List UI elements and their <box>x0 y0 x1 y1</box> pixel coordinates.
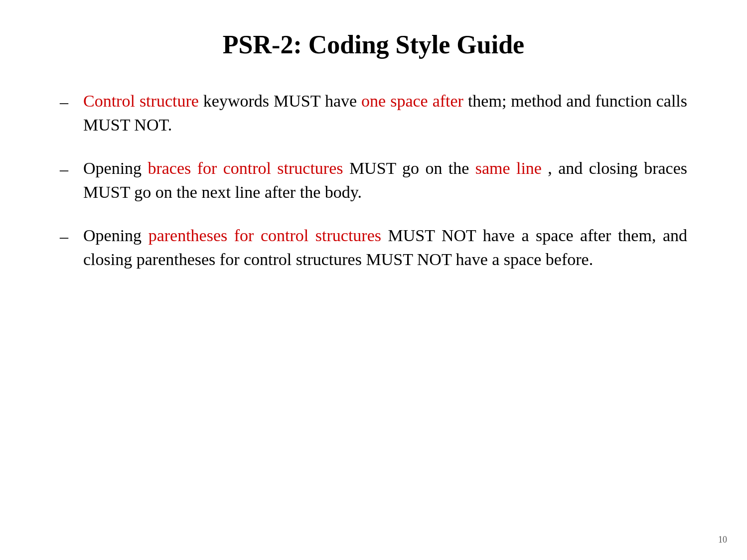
page-number: 10 <box>718 535 727 545</box>
bullet-item-3: – Opening parentheses for control struct… <box>60 224 687 271</box>
bullet-item-1: – Control structure keywords MUST have o… <box>60 89 687 137</box>
bullet-1-red-2: one space after <box>361 92 463 110</box>
bullet-3-text-1: Opening <box>83 226 149 245</box>
bullet-list: – Control structure keywords MUST have o… <box>60 89 687 272</box>
bullet-dash-3: – <box>60 225 68 249</box>
bullet-2-red-2: same line <box>475 159 542 177</box>
bullet-dash-2: – <box>60 157 68 181</box>
bullet-item-2: – Opening braces for control structures … <box>60 156 687 204</box>
bullet-2-text-1: Opening <box>83 159 148 177</box>
bullet-2-text-2: MUST go on the <box>349 159 475 177</box>
bullet-3-red-1: parentheses for control structures <box>149 226 381 245</box>
bullet-1-text-1: keywords MUST have <box>203 92 361 110</box>
bullet-content-2: Opening braces for control structures MU… <box>83 156 687 204</box>
slide-container: PSR-2: Coding Style Guide – Control stru… <box>0 0 747 560</box>
slide-title: PSR-2: Coding Style Guide <box>60 30 687 59</box>
bullet-content-3: Opening parentheses for control structur… <box>83 224 687 271</box>
bullet-2-red-1: braces for control structures <box>148 159 343 177</box>
bullet-content-1: Control structure keywords MUST have one… <box>83 89 687 137</box>
bullet-1-red-1: Control structure <box>83 92 199 110</box>
bullet-dash-1: – <box>60 90 68 114</box>
